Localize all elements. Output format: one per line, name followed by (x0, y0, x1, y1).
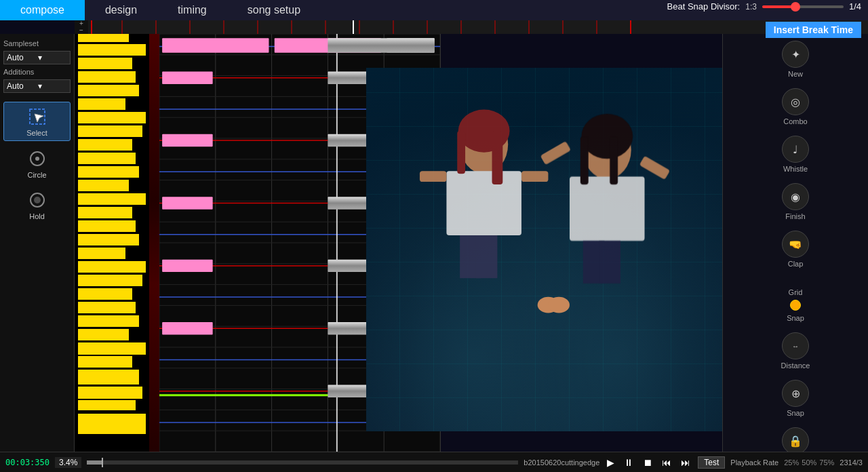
select-icon (26, 106, 48, 127)
percent-display: 3.4% (55, 457, 81, 468)
svg-rect-47 (78, 85, 139, 96)
new-tool[interactable]: ✦ New (782, 41, 809, 78)
svg-rect-96 (162, 71, 213, 83)
sampleset-value: Auto (7, 53, 37, 62)
sampleset-dropdown[interactable]: Auto ▾ (3, 51, 71, 64)
svg-rect-40 (78, 180, 129, 191)
tab-song-setup[interactable]: song setup (227, 0, 321, 20)
hold-label: Hold (29, 212, 45, 220)
svg-rect-122 (492, 131, 503, 184)
sampleset-label: Sampleset (3, 39, 71, 47)
svg-rect-31 (78, 302, 136, 313)
snap-section-label: Snap (787, 314, 804, 322)
svg-rect-28 (78, 342, 146, 355)
svg-rect-17 (353, 20, 354, 34)
character-silhouettes (366, 68, 722, 431)
distance-label: Distance (781, 361, 810, 370)
svg-rect-46 (78, 98, 125, 110)
hold-icon (26, 189, 48, 211)
svg-rect-127 (540, 141, 571, 165)
additions-chevron: ▾ (38, 81, 68, 91)
tab-design[interactable]: design (85, 0, 157, 20)
combo-tool[interactable]: ◎ Combo (782, 88, 809, 125)
waveform-svg (75, 34, 149, 434)
time-display: 00:03:350 (5, 458, 50, 467)
svg-rect-119 (521, 171, 548, 182)
pause-button[interactable]: ⏸ (622, 456, 635, 469)
svg-rect-44 (78, 125, 142, 137)
rate-50[interactable]: 50% (802, 458, 816, 467)
rate-75[interactable]: 75% (819, 458, 834, 467)
svg-rect-97 (162, 134, 213, 146)
svg-rect-42 (78, 153, 136, 164)
svg-rect-39 (78, 193, 146, 205)
svg-rect-99 (162, 260, 213, 272)
distance-tool[interactable]: ↔ Distance (781, 332, 810, 370)
tab-timing[interactable]: timing (157, 0, 227, 20)
svg-rect-130 (580, 136, 589, 184)
page-indicator: 2314/3 (840, 458, 863, 467)
timeline-ticks: + − (75, 20, 868, 34)
clap-tool[interactable]: 🤜 Clap (782, 231, 809, 268)
clap-icon: 🤜 (782, 231, 809, 258)
hold-tool[interactable]: Hold (3, 186, 71, 224)
additions-label: Additions (3, 68, 71, 76)
svg-point-22 (34, 197, 41, 203)
whistle-tool[interactable]: ♩ Whistle (782, 136, 809, 173)
finish-tool[interactable]: ◉ Finish (782, 183, 809, 220)
stop-button[interactable]: ⏹ (641, 456, 654, 469)
svg-rect-124 (570, 176, 645, 241)
svg-rect-33 (78, 275, 142, 286)
whistle-label: Whistle (783, 165, 808, 173)
svg-rect-25 (78, 387, 142, 399)
top-nav: compose design timing song setup Beat Sn… (0, 0, 868, 20)
next-button[interactable]: ⏭ (679, 456, 692, 469)
tab-compose[interactable]: compose (0, 0, 85, 20)
combo-icon: ◎ (782, 88, 809, 115)
snap2-tool[interactable]: ⊕ Snap (782, 380, 809, 417)
grid-icon[interactable] (790, 300, 801, 311)
svg-rect-126 (599, 241, 620, 283)
rate-25[interactable]: 25% (784, 458, 799, 467)
insert-break-button[interactable]: Insert Break Time (766, 22, 861, 38)
svg-rect-51 (78, 34, 129, 42)
svg-rect-108 (387, 38, 434, 53)
snap-divisor-slider[interactable] (762, 5, 844, 8)
svg-rect-48 (78, 71, 136, 83)
svg-rect-38 (78, 207, 132, 218)
timeline-svg (88, 20, 868, 34)
grid-section: Grid Snap (726, 288, 865, 322)
timeline-zoom-out[interactable]: − (79, 27, 83, 34)
select-tool[interactable]: Select (3, 102, 71, 141)
circle-icon (26, 148, 48, 170)
waveform-panel (75, 34, 149, 434)
distance-icon: ↔ (782, 332, 809, 359)
svg-rect-128 (639, 156, 670, 180)
play-button[interactable]: ▶ (605, 456, 616, 469)
circle-label: Circle (27, 171, 46, 179)
finish-icon: ◉ (782, 183, 809, 210)
grid-left-bar (149, 34, 159, 452)
test-button[interactable]: Test (698, 456, 725, 469)
snap-slider-container (762, 5, 844, 8)
progress-bar[interactable] (87, 460, 518, 465)
svg-rect-30 (78, 315, 139, 327)
snap2-label: Snap (787, 409, 804, 417)
svg-rect-26 (78, 370, 139, 385)
additions-dropdown[interactable]: Auto ▾ (3, 79, 71, 93)
progress-indicator (102, 458, 103, 467)
playback-rates: 25% 50% 75% (784, 458, 834, 467)
grid-section-label: Grid (789, 288, 803, 296)
prev-button[interactable]: ⏮ (660, 456, 673, 469)
svg-rect-121 (457, 131, 465, 174)
svg-rect-35 (78, 248, 125, 259)
lock-tool[interactable]: 🔒 Lock (782, 427, 809, 452)
snap2-icon: ⊕ (782, 380, 809, 407)
progress-fill (87, 460, 102, 465)
select-label: Select (26, 129, 47, 137)
circle-tool[interactable]: Circle (3, 144, 71, 182)
svg-rect-45 (78, 112, 146, 123)
svg-point-20 (35, 157, 39, 161)
svg-point-133 (548, 297, 570, 313)
svg-rect-27 (78, 356, 132, 368)
